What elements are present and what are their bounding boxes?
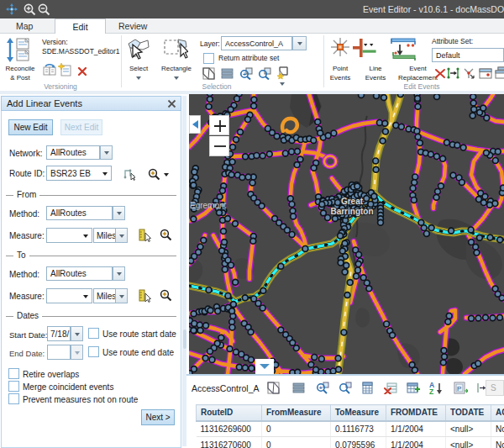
svg-text:Great: Great <box>341 197 364 206</box>
svg-text:+: + <box>319 385 323 391</box>
svg-text:Z: Z <box>429 387 433 395</box>
svg-text:+: + <box>243 71 246 77</box>
svg-text:P: P <box>457 385 461 393</box>
svg-text:Barrington: Barrington <box>330 207 373 216</box>
svg-text:Egremont: Egremont <box>190 201 227 210</box>
